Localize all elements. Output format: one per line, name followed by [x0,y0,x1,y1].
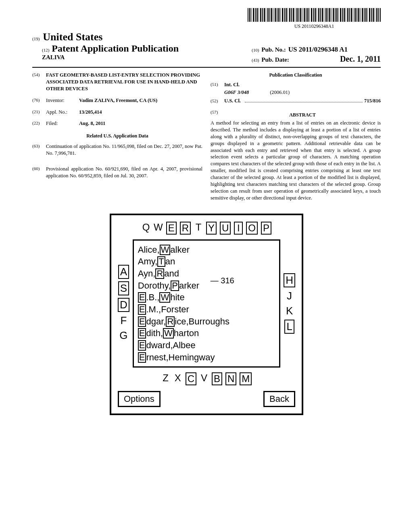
keyboard-key[interactable]: V [200,372,209,385]
list-item[interactable]: Ayn,Rand [138,268,275,280]
related-title: Related U.S. Application Data [32,133,202,139]
intcl-row: G06F 3/048 (2006.01) [224,89,381,96]
keyboard-key[interactable]: W [154,222,163,235]
list-item[interactable]: Ernest,Hemingway [138,351,275,364]
dots-leader [245,102,363,102]
filed-value: Aug. 8, 2011 [79,120,202,127]
keyboard-key[interactable]: F [119,314,128,327]
intcl-code: (51) [211,81,224,88]
keyboard-key[interactable]: L [284,320,294,334]
bottom-key-row: ZXCVBNM [118,372,295,385]
uscl-label: U.S. Cl. [224,98,241,104]
list-item[interactable]: Edgar,Rice,Burroughs [138,316,275,328]
keyboard-key[interactable]: Y [206,222,217,235]
options-button[interactable]: Options [118,391,161,407]
keyboard-key[interactable]: E [166,222,177,235]
biblio-columns: (54) FAST GEOMETRY-BASED LIST-ENTRY SELE… [32,72,381,202]
header: (19) United States (12) Patent Applicati… [32,31,381,68]
barcode-number: US 20110296348A1 [248,23,381,29]
prov-text: Provisional application No. 60/921,690, … [46,166,202,179]
list-item[interactable]: Edith,Wharton [138,327,275,339]
intcl-date: (2006.01) [270,89,290,95]
title-code: (54) [32,72,46,92]
keyboard-key[interactable]: Z [161,372,170,385]
abstract-text: A method for selecting an entry from a l… [211,120,381,202]
keyboard-key[interactable]: R [180,222,191,235]
list-item[interactable]: Alice,Walker [138,244,275,256]
pub-no-value: US 2011/0296348 A1 [288,46,348,54]
abstract-label: ABSTRACT [224,112,381,118]
cont-code: (63) [32,143,46,161]
keyboard-key[interactable]: G [119,329,128,342]
pub-date-label: Pub. Date: [261,56,289,63]
keyboard-key[interactable]: X [173,372,182,385]
pub-class-title: Publication Classification [211,72,381,78]
uscl-code: (52) [211,98,224,104]
list-item[interactable]: Edward,Albee [138,339,275,351]
left-key-col: ASDFG [118,265,129,342]
pub-date-value: Dec. 1, 2011 [340,54,381,64]
intcl-class: G06F 3/048 [224,89,269,96]
filed-code: (22) [32,120,46,127]
list-item[interactable]: Dorothy,Parker [138,280,275,292]
pub-no-code: (10) [252,48,259,52]
inventor-code: (76) [32,97,46,104]
inventor-header: ZALIVA [42,54,65,61]
right-key-col: HJKL [284,273,295,334]
keyboard-key[interactable]: I [234,222,243,235]
filed-label: Filed: [46,120,79,127]
prov-code: (60) [32,166,46,183]
abstract-code: (57) [211,109,224,120]
keyboard-key[interactable]: K [285,305,294,317]
inventor-label: Inventor: [46,97,79,104]
pub-no-label: Pub. No.: [261,46,286,53]
keyboard-key[interactable]: M [240,372,252,385]
list-item[interactable]: E.M.,Forster [138,303,275,316]
inventor-value: Vadim ZALIVA, Freemont, CA (US) [79,97,202,104]
keyboard-key[interactable]: C [186,372,196,385]
figure: QWERTYUIOP ASDFG Alice,WalkerAmy,TanAyn,… [32,214,381,416]
appl-label: Appl. No.: [46,109,79,116]
intcl-label: Int. Cl. [224,82,240,87]
appl-value: 13/205,414 [79,109,202,116]
list-item[interactable]: E.B.,White [138,291,275,303]
keyboard-key[interactable]: D [118,298,129,312]
top-key-row: QWERTYUIOP [118,222,295,235]
keyboard-key[interactable]: P [261,222,271,235]
pub-type-code: (12) [42,48,49,52]
keyboard-key[interactable]: A [118,265,129,279]
pub-date-code: (43) [252,58,259,62]
appl-code: (21) [32,109,46,116]
ref-number: — 316 [211,275,234,286]
cont-text: Continuation of application No. 11/965,0… [46,143,202,157]
keyboard-key[interactable]: U [220,222,231,235]
keyboard-key[interactable]: O [246,222,258,235]
list-box: Alice,WalkerAmy,TanAyn,RandDorothy,Parke… [133,239,280,368]
country-code: (19) [32,36,40,41]
keyboard-key[interactable]: J [285,290,294,302]
keyboard-key[interactable]: H [284,273,295,287]
invention-title: FAST GEOMETRY-BASED LIST-ENTRY SELECTION… [46,72,202,92]
keyboard-key[interactable]: N [225,372,236,385]
barcode-icon [248,8,381,22]
country-name: United States [43,31,102,43]
keyboard-key[interactable]: B [212,372,222,385]
keyboard-key[interactable]: T [194,222,203,235]
pub-type: Patent Application Publication [52,43,179,54]
uscl-value: 715/816 [364,98,381,104]
back-button[interactable]: Back [263,391,295,407]
barcode-block: US 20110296348A1 [32,8,381,29]
keyboard-key[interactable]: Q [142,222,150,235]
keyboard-key[interactable]: S [118,281,129,295]
device-frame: QWERTYUIOP ASDFG Alice,WalkerAmy,TanAyn,… [110,214,303,416]
list-item[interactable]: Amy,Tan [138,256,275,268]
